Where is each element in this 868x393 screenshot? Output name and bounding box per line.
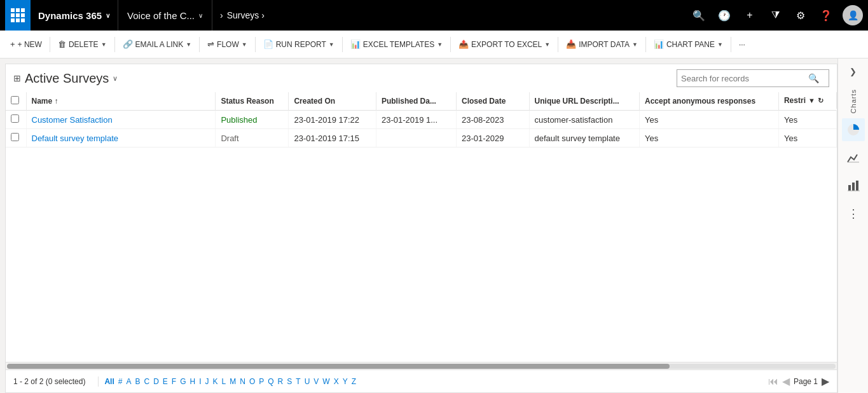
breadcrumb[interactable]: › Surveys ›	[212, 0, 275, 31]
alpha-o[interactable]: O	[249, 377, 256, 386]
col-anon-label: Accept anonymous responses	[645, 97, 755, 106]
row-checkbox-1[interactable]	[6, 111, 26, 129]
chart-more-button[interactable]: ⋮	[842, 202, 865, 225]
row-closed-1: 23-08-2023	[456, 111, 529, 129]
prev-page-button[interactable]: ◀	[782, 375, 790, 387]
advanced-find-button[interactable]: ⧩	[764, 4, 787, 27]
alpha-p[interactable]: P	[258, 377, 265, 386]
delete-button[interactable]: 🗑 DELETE ▼	[53, 34, 112, 55]
export-excel-label: EXPORT TO EXCEL	[471, 40, 542, 49]
alpha-r[interactable]: R	[277, 377, 284, 386]
app-name-button[interactable]: Dynamics 365 ∨	[31, 0, 118, 31]
col-header-status[interactable]: Status Reason	[216, 92, 289, 111]
waffle-menu-button[interactable]	[5, 0, 31, 31]
main-area: ⊞ Active Surveys ∨ 🔍 Name ↑	[0, 59, 868, 393]
alpha-y[interactable]: Y	[342, 377, 348, 386]
row-created-1: 23-01-2019 17:22	[289, 111, 376, 129]
toolbar-sep-2	[114, 37, 115, 52]
alpha-k[interactable]: K	[212, 377, 219, 386]
col-header-name[interactable]: Name ↑	[26, 92, 216, 111]
alpha-i[interactable]: I	[198, 377, 202, 386]
module-name-label: Voice of the C...	[127, 10, 195, 21]
alpha-b[interactable]: B	[134, 377, 141, 386]
new-button[interactable]: + + NEW	[5, 34, 47, 55]
col-header-published[interactable]: Published Da...	[376, 92, 456, 111]
alpha-n[interactable]: N	[239, 377, 246, 386]
alpha-x[interactable]: X	[333, 377, 340, 386]
alpha-u[interactable]: U	[304, 377, 311, 386]
alpha-c[interactable]: C	[143, 377, 150, 386]
column-refresh-icon[interactable]: ↻	[818, 97, 823, 105]
col-restri-label: Restri	[784, 96, 806, 105]
col-header-anon[interactable]: Accept anonymous responses	[640, 92, 779, 111]
row-created-2: 23-01-2019 17:15	[289, 129, 376, 148]
row-name-link-2[interactable]: Default survey template	[32, 134, 119, 143]
chart-pane-button[interactable]: 📊 CHART PANE ▼	[649, 34, 728, 55]
first-page-button[interactable]: ⏮	[768, 376, 778, 387]
excel-templates-button[interactable]: 📊 EXCEL TEMPLATES ▼	[345, 34, 448, 55]
email-link-button[interactable]: 🔗 EMAIL A LINK ▼	[118, 34, 197, 55]
alpha-h[interactable]: H	[189, 377, 196, 386]
col-header-url[interactable]: Unique URL Descripti...	[529, 92, 639, 111]
export-excel-button[interactable]: 📤 EXPORT TO EXCEL ▼	[453, 34, 555, 55]
row-select-2[interactable]	[11, 133, 19, 141]
report-icon: 📄	[263, 39, 273, 49]
run-report-label: RUN REPORT	[276, 40, 326, 49]
row-name-link-1[interactable]: Customer Satisfaction	[32, 115, 113, 125]
column-filter-icon[interactable]: ▼	[808, 97, 815, 104]
alpha-v[interactable]: V	[313, 377, 319, 386]
import-data-button[interactable]: 📥 IMPORT DATA ▼	[561, 34, 643, 55]
recent-records-button[interactable]: 🕐	[713, 4, 736, 27]
bar-chart-button[interactable]	[842, 174, 865, 197]
alpha-hash[interactable]: #	[118, 377, 123, 386]
module-caret: ∨	[198, 12, 203, 19]
chart-side-panel: ❯ Charts ⋮	[837, 59, 868, 393]
alpha-q[interactable]: Q	[267, 377, 274, 386]
search-input[interactable]	[681, 74, 808, 83]
row-checkbox-2[interactable]	[6, 129, 26, 148]
flow-button[interactable]: ⇌ FLOW ▼	[202, 34, 252, 55]
col-header-closed[interactable]: Closed Date	[456, 92, 529, 111]
alpha-d[interactable]: D	[153, 377, 160, 386]
toolbar-sep-3	[199, 37, 200, 52]
breadcrumb-label: Surveys	[227, 10, 259, 20]
nav-left: Dynamics 365 ∨ Voice of the C... ∨ › Sur…	[5, 0, 687, 31]
line-chart-button[interactable]	[842, 146, 865, 169]
col-header-created[interactable]: Created On	[289, 92, 376, 111]
help-button[interactable]: ❓	[815, 4, 837, 27]
alpha-z[interactable]: Z	[351, 377, 357, 386]
row-select-1[interactable]	[11, 114, 19, 123]
alpha-g[interactable]: G	[179, 377, 186, 386]
list-title-caret[interactable]: ∨	[113, 74, 118, 83]
alpha-s[interactable]: S	[286, 377, 293, 386]
select-all-checkbox-header[interactable]	[6, 92, 26, 111]
alpha-all[interactable]: All	[104, 377, 114, 386]
alpha-m[interactable]: M	[229, 377, 237, 386]
select-all-checkbox[interactable]	[11, 96, 19, 104]
horizontal-scrollbar[interactable]	[6, 362, 837, 369]
alpha-e[interactable]: E	[162, 377, 169, 386]
alpha-j[interactable]: J	[205, 377, 210, 386]
chart-panel-toggle-button[interactable]: ❯	[838, 61, 869, 81]
next-page-button[interactable]: ▶	[822, 375, 829, 387]
alpha-f[interactable]: F	[171, 377, 177, 386]
row-status-2: Draft	[216, 129, 289, 148]
alpha-l[interactable]: L	[221, 377, 227, 386]
global-search-button[interactable]: 🔍	[687, 4, 710, 27]
alpha-t[interactable]: T	[295, 377, 301, 386]
run-report-button[interactable]: 📄 RUN REPORT ▼	[258, 34, 340, 55]
settings-button[interactable]: ⚙	[789, 4, 812, 27]
search-submit-button[interactable]: 🔍	[808, 73, 819, 83]
scrollbar-thumb[interactable]	[7, 364, 670, 369]
list-pane: ⊞ Active Surveys ∨ 🔍 Name ↑	[5, 64, 837, 393]
more-actions-button[interactable]: ···	[734, 34, 750, 55]
user-avatar[interactable]: 👤	[843, 5, 863, 25]
alpha-a[interactable]: A	[125, 377, 132, 386]
alpha-w[interactable]: W	[322, 377, 330, 386]
pie-chart-button[interactable]	[842, 118, 865, 141]
row-anon-1: Yes	[640, 111, 779, 129]
chart-icon: 📊	[654, 39, 664, 49]
quick-create-button[interactable]: +	[738, 4, 761, 27]
col-header-restri[interactable]: Restri ▼ ↻	[779, 92, 837, 109]
module-name-button[interactable]: Voice of the C... ∨	[118, 0, 212, 31]
